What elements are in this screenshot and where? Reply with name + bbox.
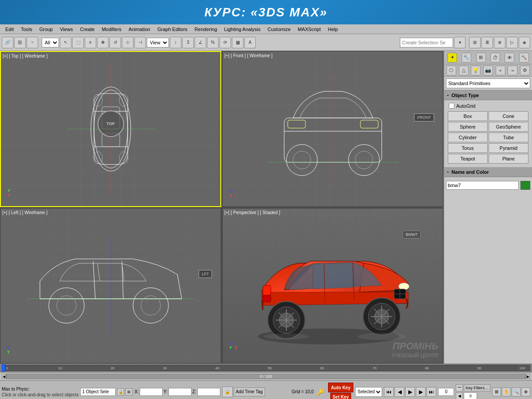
br-icon-2[interactable]: ✋ <box>502 387 511 396</box>
render-button[interactable]: ▦ <box>232 37 243 48</box>
rp-spacewarps-icon[interactable]: ≈ <box>508 66 517 75</box>
rp-create-icon[interactable]: ✦ <box>447 53 457 63</box>
play-btn[interactable]: ▶ <box>405 387 415 397</box>
viewport-front[interactable]: [+] [ Front ] [ Wireframe ] <box>222 51 443 207</box>
menu-help[interactable]: Help <box>325 27 342 32</box>
create-selection-input[interactable] <box>400 38 453 47</box>
rp-utilities-icon[interactable]: 🔨 <box>519 53 529 63</box>
y-input[interactable] <box>168 388 192 396</box>
name-color-section-header[interactable]: - Name and Color <box>444 167 532 177</box>
object-name-input[interactable] <box>446 181 519 190</box>
teapot-button[interactable]: Teapot <box>448 154 488 164</box>
scale-button[interactable]: ⊹ <box>122 37 133 48</box>
menu-lighting[interactable]: Lighting Analysis <box>221 27 264 32</box>
view-select[interactable]: View <box>147 38 169 47</box>
lock-icon[interactable]: 🔒 <box>117 388 124 395</box>
rp-cameras-icon[interactable]: 📷 <box>483 66 493 75</box>
menu-animation[interactable]: Animation <box>125 27 154 32</box>
progress-track[interactable]: 0 / 100 <box>6 374 526 379</box>
menu-graph-editors[interactable]: Graph Editors <box>154 27 191 32</box>
link-button[interactable]: 🔗 <box>2 37 13 48</box>
mirror-button[interactable]: ⊣ <box>134 37 146 48</box>
menu-customize[interactable]: Customize <box>264 27 294 32</box>
set-key-button[interactable]: Set Key <box>330 393 351 399</box>
tb-icon-1[interactable]: ⊞ <box>469 37 481 48</box>
unlink-button[interactable]: ⛓ <box>14 37 26 48</box>
filter-select[interactable]: All <box>42 38 59 47</box>
next-frame-btn[interactable]: ▶ <box>416 387 426 397</box>
br-icon-1[interactable]: ⊞ <box>492 387 501 396</box>
auto-key-button[interactable]: Auto Key <box>328 383 354 392</box>
prev-frame-btn[interactable]: ◀ <box>395 387 404 397</box>
snap-angle[interactable]: ∠ <box>195 37 206 48</box>
z-input[interactable] <box>197 388 220 396</box>
frame-input-2[interactable] <box>464 392 477 399</box>
timeline-left-arrow[interactable]: ◀ <box>2 374 6 379</box>
snap-percent[interactable]: % <box>207 37 219 48</box>
timeline-right-arrow[interactable]: ▶ <box>526 374 530 379</box>
create-sel-btn[interactable]: ▾ <box>454 37 466 48</box>
select-button[interactable]: ↖ <box>60 37 71 48</box>
lock2-icon[interactable]: 🔒 <box>222 387 233 397</box>
rp-lights-icon[interactable]: 💡 <box>471 66 481 75</box>
pyramid-button[interactable]: Pyramid <box>489 143 528 153</box>
selected-dropdown[interactable]: Selected <box>355 387 382 397</box>
tb-icon-2[interactable]: ≣ <box>481 37 493 48</box>
viewport-top[interactable]: [+] [ Top ] [ Wireframe ] <box>0 51 221 207</box>
rp-display-icon[interactable]: 👁 <box>505 53 514 63</box>
menu-views[interactable]: Views <box>56 27 76 32</box>
snap-3d[interactable]: 3 <box>182 37 194 48</box>
autogrid-checkbox[interactable] <box>449 103 454 109</box>
menu-maxscript[interactable]: MAXScript <box>294 27 325 32</box>
rotate-button[interactable]: ↺ <box>110 37 121 48</box>
frame-input[interactable] <box>438 388 454 396</box>
menu-edit[interactable]: Edit <box>2 27 17 32</box>
go-to-end-btn[interactable]: ⏭ <box>426 387 436 397</box>
object-type-section-header[interactable]: - Object Type <box>444 90 532 100</box>
torus-button[interactable]: Torus <box>448 143 488 153</box>
select-similar-icon[interactable]: ⊞ <box>125 388 133 395</box>
rp-shapes-icon[interactable]: △ <box>459 66 469 75</box>
key-filters-btn[interactable]: Key Filters… <box>464 384 490 391</box>
bind-button[interactable]: ~ <box>27 37 38 48</box>
spinner-snap[interactable]: ⟳ <box>219 37 231 48</box>
primitive-type-select[interactable]: Standard Primitives Extended Primitives … <box>446 78 530 88</box>
prev-key-btn[interactable]: ◀ <box>456 392 463 399</box>
timeline-track[interactable]: 0 10 20 30 40 50 60 70 80 90 100 <box>5 365 530 371</box>
snap-toggle[interactable]: ↕ <box>170 37 181 48</box>
rp-motion-icon[interactable]: ⏱ <box>490 53 500 63</box>
cone-button[interactable]: Cone <box>489 111 528 121</box>
rp-helpers-icon[interactable]: + <box>496 66 505 75</box>
rp-systems-icon[interactable]: ⚙ <box>520 66 530 75</box>
tb-icon-4[interactable]: ▷ <box>506 37 518 48</box>
plane-button[interactable]: Plane <box>489 154 528 164</box>
menu-modifiers[interactable]: Modifiers <box>98 27 125 32</box>
menu-tools[interactable]: Tools <box>17 27 36 32</box>
wavy-icon[interactable]: 〜 <box>456 384 463 391</box>
tb-icon-3[interactable]: ⊕ <box>494 37 505 48</box>
rp-geometry-icon[interactable]: ⬡ <box>446 66 456 75</box>
rp-primitive-dropdown[interactable]: Standard Primitives Extended Primitives … <box>444 77 532 90</box>
br-icon-4[interactable]: ⊕ <box>521 387 530 396</box>
viewport-left[interactable]: [+] [ Left ] [ Wireframe ] <box>0 208 221 364</box>
add-time-tag-btn[interactable]: Add Time Tag <box>234 387 265 396</box>
select-name-button[interactable]: ≡ <box>85 37 96 48</box>
rp-hierarchy-icon[interactable]: ⊞ <box>476 53 486 63</box>
go-to-start-btn[interactable]: ⏮ <box>384 387 394 397</box>
color-swatch[interactable] <box>520 181 530 190</box>
rp-modify-icon[interactable]: 🔧 <box>462 53 471 63</box>
select-region-button[interactable]: ⬚ <box>72 37 84 48</box>
timeline-cursor[interactable] <box>2 364 5 372</box>
sphere-button[interactable]: Sphere <box>448 122 488 132</box>
viewport-perspective[interactable]: [+] [ Perspective ] [ Shaded ] <box>222 208 443 364</box>
menu-group[interactable]: Group <box>36 27 57 32</box>
box-button[interactable]: Box <box>448 111 488 121</box>
x-input[interactable] <box>140 388 163 396</box>
text-button[interactable]: A <box>244 37 256 48</box>
tube-button[interactable]: Tube <box>489 133 528 142</box>
geosphere-button[interactable]: GeoSphere <box>489 122 528 132</box>
menu-create[interactable]: Create <box>76 27 98 32</box>
move-button[interactable]: ✥ <box>97 37 109 48</box>
tb-icon-5[interactable]: ◈ <box>519 37 530 48</box>
cylinder-button[interactable]: Cylinder <box>448 133 488 142</box>
